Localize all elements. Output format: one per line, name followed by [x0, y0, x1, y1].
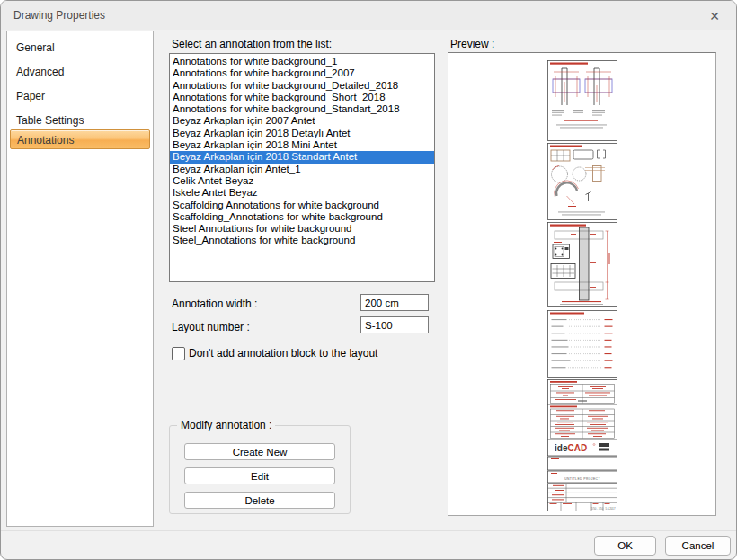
list-item[interactable]: Scaffolding Annotations for white backgr…: [170, 200, 434, 211]
list-item[interactable]: Steel_Annotations for white background: [170, 235, 434, 246]
idecad-logo: ideCAD: [548, 440, 617, 457]
svg-text:ideCAD: ideCAD: [555, 443, 587, 453]
scale-text: 1/50 - 1/50: [591, 507, 604, 511]
annotation-width-label: Annotation width :: [172, 298, 257, 310]
panel-column-elevation: [548, 223, 617, 307]
signature-rows: [548, 484, 617, 502]
sidebar-item-advanced[interactable]: Advanced: [9, 63, 151, 81]
ok-button[interactable]: OK: [594, 536, 656, 556]
sidebar: General Advanced Paper Table Settings An…: [6, 31, 154, 527]
panel-parameters-table: [548, 404, 617, 440]
list-item[interactable]: Beyaz Arkaplan için 2007 Antet: [170, 115, 434, 127]
panel-material-table: [548, 380, 617, 405]
footer-divider: [1, 530, 736, 531]
modify-annotation-group: Modify annotation : Create New Edit Dele…: [169, 425, 351, 514]
note-box: [548, 457, 617, 470]
list-item[interactable]: Beyaz Arkaplan için 2018 Detaylı Antet: [170, 128, 434, 139]
cancel-button[interactable]: Cancel: [665, 536, 731, 556]
list-label: Select an annotation from the list:: [172, 38, 332, 50]
close-icon[interactable]: ✕: [700, 4, 729, 26]
annotation-width-input[interactable]: [360, 294, 429, 311]
list-item[interactable]: Scaffolding_Annotations for white backgr…: [170, 211, 434, 223]
sidebar-item-annotations[interactable]: Annotations: [10, 129, 150, 149]
list-item[interactable]: Annotations for white background_1: [170, 56, 434, 67]
list-item[interactable]: Iskele Antet Beyaz: [170, 187, 434, 199]
sidebar-item-general[interactable]: General: [9, 39, 151, 57]
create-new-button[interactable]: Create New: [184, 443, 335, 460]
date-text: 5.6.2017: [606, 507, 616, 511]
list-item[interactable]: Annotations for white background_Detaile…: [170, 80, 434, 92]
drawing-properties-dialog: Drawing Properties ✕ General Advanced Pa…: [0, 0, 737, 560]
list-item[interactable]: Annotations for white background_2007: [170, 67, 434, 79]
project-box: UNTITLED PROJECT: [548, 471, 617, 483]
dont-add-annotation-label: Don't add annotation block to the layout: [189, 347, 377, 360]
layout-number-input[interactable]: [360, 316, 429, 333]
list-item[interactable]: Annotations for white background_Short_2…: [170, 92, 434, 103]
scale-date-row: 1/50 - 1/50 5.6.2017: [548, 502, 617, 511]
preview-panel: ideCAD UNTITLED PROJECT: [448, 52, 716, 516]
list-item[interactable]: Celik Antet Beyaz: [170, 175, 434, 187]
logo-part2: CAD: [567, 443, 587, 453]
panel-connection-details: [548, 61, 617, 141]
annotation-preview-drawing: ideCAD UNTITLED PROJECT: [547, 60, 617, 511]
dialog-title: Drawing Properties: [13, 1, 105, 30]
titlebar: Drawing Properties ✕: [1, 1, 736, 30]
list-item[interactable]: Annotations for white background_Standar…: [170, 103, 434, 115]
panel-sections-hooks: [548, 144, 617, 220]
list-item-selected[interactable]: Beyaz Arkaplan için 2018 Standart Antet: [170, 151, 434, 163]
logo-part1: ide: [555, 443, 568, 453]
delete-button[interactable]: Delete: [184, 492, 335, 509]
layout-number-label: Layout number :: [172, 321, 250, 333]
list-item[interactable]: Beyaz Arkaplan için Antet_1: [170, 164, 434, 175]
list-item[interactable]: Beyaz Arkaplan için 2018 Mini Antet: [170, 139, 434, 151]
sidebar-item-table-settings[interactable]: Table Settings: [9, 111, 151, 129]
sidebar-item-paper[interactable]: Paper: [9, 87, 151, 105]
preview-label: Preview :: [450, 38, 494, 50]
list-item[interactable]: Steel Annotations for white background: [170, 223, 434, 235]
edit-button[interactable]: Edit: [184, 467, 335, 484]
modify-annotation-legend: Modify annotation :: [177, 419, 275, 431]
panel-spec-list: [548, 311, 617, 378]
annotation-listbox: Annotations for white background_1 Annot…: [169, 53, 435, 282]
project-title-text: UNTITLED PROJECT: [564, 477, 600, 481]
dont-add-annotation-checkbox[interactable]: [172, 347, 185, 360]
